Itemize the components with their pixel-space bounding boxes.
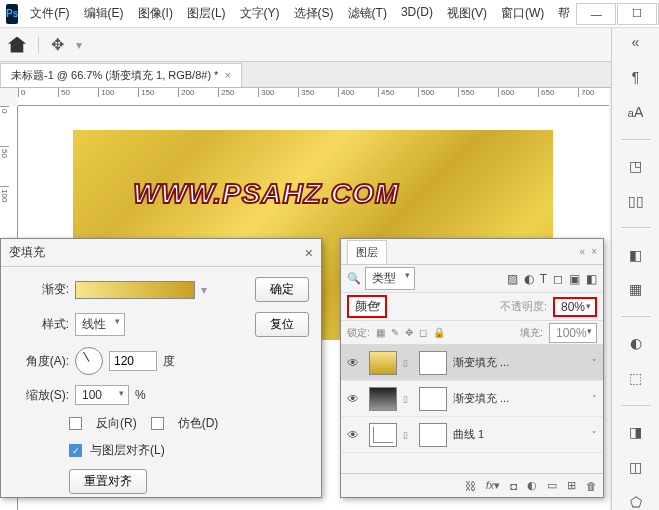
dialog-close-icon[interactable]: × [305,245,313,261]
layer-row[interactable]: 👁 ▯ 渐变填充 ... ˅ [341,381,603,417]
properties-icon[interactable]: ▯▯ [624,192,648,209]
gradient-dropdown-icon[interactable]: ▾ [201,283,207,297]
scale-dropdown[interactable]: 100 [75,385,129,405]
angle-label: 角度(A): [13,353,69,370]
search-icon[interactable]: 🔍 [347,272,361,285]
character-icon[interactable]: aA [624,104,648,121]
mask-thumb[interactable] [419,351,447,375]
filter-type-icon[interactable]: T [540,272,547,286]
layer-row[interactable]: 👁 ▯ 曲线 1 ˅ [341,417,603,453]
layer-row[interactable]: 👁 ▯ 渐变填充 ... ˅ [341,345,603,381]
menubar: 文件(F) 编辑(E) 图像(I) 图层(L) 文字(Y) 选择(S) 滤镜(T… [24,1,576,26]
channels-icon[interactable]: ◫ [624,458,648,475]
menu-help[interactable]: 帮 [552,1,576,26]
lock-artboard-icon[interactable]: ◻ [419,327,427,338]
expand-icon[interactable]: ˅ [592,358,597,368]
filter-pixel-icon[interactable]: ▨ [507,272,518,286]
expand-icon[interactable]: ˅ [592,430,597,440]
style-dropdown[interactable]: 线性 [75,313,125,336]
move-tool-icon[interactable]: ✥ [51,35,64,54]
swatches-icon[interactable]: ▦ [624,281,648,298]
minimize-button[interactable]: — [576,3,616,25]
reset-align-button[interactable]: 重置对齐 [69,469,147,494]
opacity-dropdown[interactable]: 80% [553,297,597,317]
layer-filter-bar: 🔍 类型 ▨ ◐ T ◻ ▣ ◧ [341,265,603,293]
menu-edit[interactable]: 编辑(E) [78,1,130,26]
layers-icon[interactable]: ◨ [624,423,648,440]
group-icon[interactable]: ▭ [547,479,557,492]
gradient-swatch[interactable] [75,281,195,299]
maximize-button[interactable]: ☐ [617,3,657,25]
dialog-title: 变填充 [9,244,45,261]
dialog-titlebar[interactable]: 变填充 × [1,239,321,267]
menu-3d[interactable]: 3D(D) [395,1,439,26]
layers-panel: 图层 « × 🔍 类型 ▨ ◐ T ◻ ▣ ◧ 颜色 不透明度: 80% 锁定:… [340,238,604,498]
paths-icon[interactable]: ⬠ [624,493,648,510]
new-layer-icon[interactable]: ⊞ [567,479,576,492]
menu-filter[interactable]: 滤镜(T) [342,1,393,26]
angle-input[interactable] [109,351,157,371]
layer-thumb[interactable] [369,387,397,411]
menu-file[interactable]: 文件(F) [24,1,75,26]
link-icon: ▯ [403,358,413,368]
menu-image[interactable]: 图像(I) [132,1,179,26]
layer-thumb[interactable] [369,351,397,375]
mask-thumb[interactable] [419,423,447,447]
blend-row: 颜色 不透明度: 80% [341,293,603,321]
filter-shape-icon[interactable]: ◻ [553,272,563,286]
reset-button[interactable]: 复位 [255,312,309,337]
layer-panel-footer: ⛓ fx▾ ◘ ◐ ▭ ⊞ 🗑 [341,473,603,497]
home-icon[interactable] [8,37,26,53]
lock-paint-icon[interactable]: ✎ [391,327,399,338]
paragraph-icon[interactable]: ¶ [624,69,648,86]
lock-transparent-icon[interactable]: ▦ [376,327,385,338]
menu-view[interactable]: 视图(V) [441,1,493,26]
menu-layer[interactable]: 图层(L) [181,1,232,26]
fx-icon[interactable]: fx▾ [486,479,501,492]
window-controls: — ☐ ✕ [576,3,659,25]
ok-button[interactable]: 确定 [255,277,309,302]
filter-adjust-icon[interactable]: ◐ [524,272,534,286]
mask-thumb[interactable] [419,387,447,411]
mask-icon[interactable]: ◘ [510,480,517,492]
collapse-icon[interactable]: « [624,34,648,51]
panel-collapse-icon[interactable]: « [580,246,586,257]
tab-layers[interactable]: 图层 [347,240,387,264]
adjustments-icon[interactable]: ◐ [624,335,648,352]
layer-name[interactable]: 渐变填充 ... [453,355,586,370]
filter-toggle-icon[interactable]: ◧ [586,272,597,286]
history-icon[interactable]: ◳ [624,158,648,175]
menu-type[interactable]: 文字(Y) [234,1,286,26]
document-tab[interactable]: 未标题-1 @ 66.7% (渐变填充 1, RGB/8#) * × [0,63,242,87]
adjustment-icon[interactable]: ◐ [527,479,537,492]
blend-mode-dropdown[interactable]: 颜色 [347,295,387,318]
menu-window[interactable]: 窗口(W) [495,1,550,26]
menu-select[interactable]: 选择(S) [288,1,340,26]
app-icon: Ps [6,4,18,24]
filter-type-dropdown[interactable]: 类型 [365,267,415,290]
dropdown-caret-icon[interactable]: ▾ [76,38,82,52]
lock-position-icon[interactable]: ✥ [405,327,413,338]
fill-dropdown[interactable]: 100% [549,323,597,343]
expand-icon[interactable]: ˅ [592,394,597,404]
angle-dial[interactable] [75,347,103,375]
canvas-text: WWW.PSAHZ.COM [133,178,399,210]
color-icon[interactable]: ◧ [624,246,648,263]
visibility-icon[interactable]: 👁 [347,392,363,406]
layer-name[interactable]: 渐变填充 ... [453,391,586,406]
layer-thumb[interactable] [369,423,397,447]
dither-checkbox[interactable] [151,417,164,430]
close-tab-icon[interactable]: × [224,69,230,81]
layer-name[interactable]: 曲线 1 [453,427,586,442]
visibility-icon[interactable]: 👁 [347,428,363,442]
delete-icon[interactable]: 🗑 [586,480,597,492]
visibility-icon[interactable]: 👁 [347,356,363,370]
lock-all-icon[interactable]: 🔒 [433,327,445,338]
link-layers-icon[interactable]: ⛓ [465,480,476,492]
align-checkbox[interactable]: ✓ [69,444,82,457]
filter-smart-icon[interactable]: ▣ [569,272,580,286]
panel-close-icon[interactable]: × [591,246,597,257]
gradient-fill-dialog: 变填充 × 渐变: ▾ 确定 样式: 线性 复位 角度(A): 度 缩放(S):… [0,238,322,498]
reverse-checkbox[interactable] [69,417,82,430]
styles-icon[interactable]: ⬚ [624,370,648,387]
